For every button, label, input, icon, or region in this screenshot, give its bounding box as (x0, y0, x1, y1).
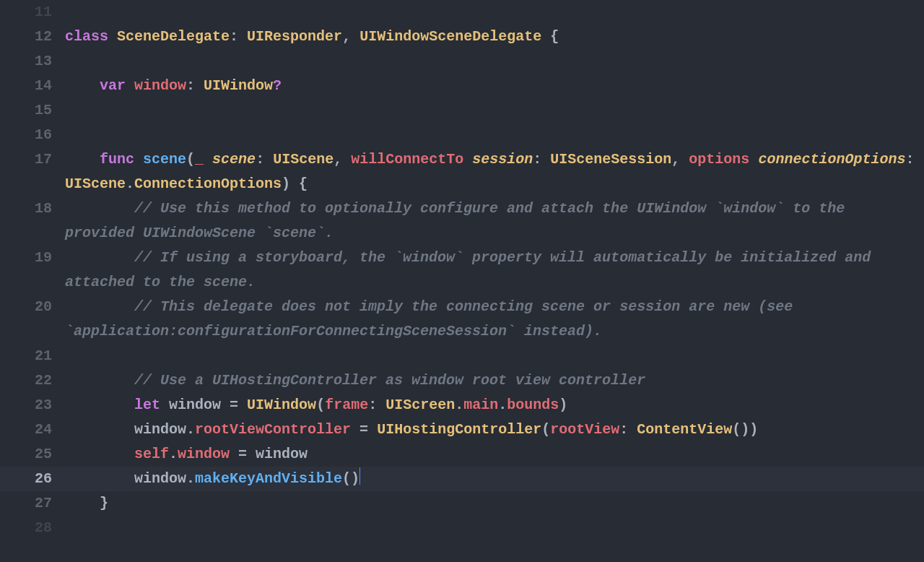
code-text[interactable]: self.window = window (65, 442, 924, 467)
line-number: 12 (0, 25, 65, 49)
code-text[interactable] (65, 123, 924, 147)
line-number: 21 (0, 344, 65, 368)
line-number: 27 (0, 491, 65, 516)
line-number: 16 (0, 123, 65, 147)
code-line[interactable]: 15 (0, 98, 924, 123)
line-number: 26 (0, 467, 65, 491)
line-number: 25 (0, 442, 65, 467)
code-line[interactable]: 12 class SceneDelegate: UIResponder, UIW… (0, 25, 924, 49)
line-number: 11 (0, 0, 65, 25)
text-cursor (359, 467, 360, 485)
code-text[interactable]: // If using a storyboard, the `window` p… (65, 246, 924, 295)
code-line[interactable]: 23 let window = UIWindow(frame: UIScreen… (0, 393, 924, 418)
code-text[interactable]: func scene(_ scene: UIScene, willConnect… (65, 147, 924, 196)
code-line[interactable]: 24 window.rootViewController = UIHosting… (0, 418, 924, 442)
code-line[interactable]: 25 self.window = window (0, 442, 924, 467)
line-number: 14 (0, 74, 65, 98)
code-line[interactable]: 21 (0, 344, 924, 368)
code-editor[interactable]: 11 12 class SceneDelegate: UIResponder, … (0, 0, 924, 562)
code-text[interactable]: class SceneDelegate: UIResponder, UIWind… (65, 25, 924, 49)
code-text[interactable]: window.makeKeyAndVisible() (65, 467, 924, 491)
code-text[interactable]: window.rootViewController = UIHostingCon… (65, 418, 924, 442)
code-text[interactable]: // Use this method to optionally configu… (65, 196, 924, 246)
code-text[interactable]: var window: UIWindow? (65, 74, 924, 98)
line-number: 22 (0, 368, 65, 393)
code-line[interactable]: 20 // This delegate does not imply the c… (0, 295, 924, 344)
code-text[interactable]: let window = UIWindow(frame: UIScreen.ma… (65, 393, 924, 418)
line-number: 28 (0, 516, 65, 540)
code-line[interactable]: 19 // If using a storyboard, the `window… (0, 246, 924, 295)
line-number: 19 (0, 246, 65, 270)
line-number: 24 (0, 418, 65, 442)
code-text[interactable]: } (65, 491, 924, 516)
code-line[interactable]: 22 // Use a UIHostingController as windo… (0, 368, 924, 393)
line-number: 23 (0, 393, 65, 418)
code-line[interactable]: 14 var window: UIWindow? (0, 74, 924, 98)
line-number: 20 (0, 295, 65, 319)
code-line[interactable]: 18 // Use this method to optionally conf… (0, 196, 924, 246)
line-number: 13 (0, 49, 65, 74)
code-line[interactable]: 13 (0, 49, 924, 74)
code-line[interactable]: 16 (0, 123, 924, 147)
code-text[interactable] (65, 344, 924, 368)
code-line-current[interactable]: 26 window.makeKeyAndVisible() (0, 467, 924, 491)
code-text[interactable] (65, 0, 924, 25)
code-text[interactable]: // Use a UIHostingController as window r… (65, 368, 924, 393)
code-text[interactable] (65, 98, 924, 123)
code-text[interactable] (65, 49, 924, 74)
code-line[interactable]: 28 (0, 516, 924, 540)
code-text[interactable]: // This delegate does not imply the conn… (65, 295, 924, 344)
line-number: 17 (0, 147, 65, 172)
code-line[interactable]: 11 (0, 0, 924, 25)
code-text[interactable] (65, 516, 924, 540)
code-line[interactable]: 17 func scene(_ scene: UIScene, willConn… (0, 147, 924, 196)
line-number: 18 (0, 196, 65, 221)
code-line[interactable]: 27 } (0, 491, 924, 516)
line-number: 15 (0, 98, 65, 123)
